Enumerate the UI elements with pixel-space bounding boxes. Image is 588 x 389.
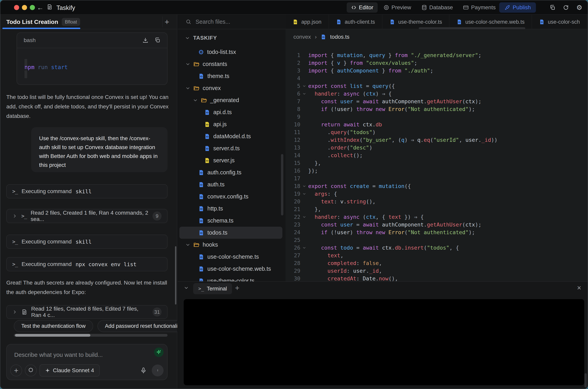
- topnav-label: Payments: [471, 4, 496, 11]
- tree-root[interactable]: TASKIFY: [179, 32, 282, 44]
- editor-tab-use-color-scheme.web.ts[interactable]: use-color-scheme.web.ts: [449, 15, 532, 29]
- chips-scrollbar-thumb[interactable]: [15, 334, 90, 337]
- tree-item-auth.config.ts[interactable]: auth.config.ts: [179, 166, 282, 179]
- zoom-window-button[interactable]: [30, 5, 35, 10]
- suggestion-chip[interactable]: Test the authentication flow: [14, 320, 93, 332]
- new-chat-button[interactable]: +: [162, 17, 172, 27]
- tree-item-constants[interactable]: constants: [179, 58, 282, 70]
- settings-gear-icon[interactable]: ⚙: [575, 3, 584, 12]
- tool-card[interactable]: >_Read 2 files, Created 1 file, Ran 4 co…: [6, 209, 168, 223]
- fold-chevron-icon[interactable]: [300, 246, 308, 250]
- new-terminal-button[interactable]: +: [233, 283, 242, 292]
- editor-tab-use-color-sch[interactable]: use-color-sch: [532, 15, 587, 29]
- search-icon: [186, 19, 191, 25]
- tree-item-label: todo-list.tsx: [207, 49, 236, 55]
- chevron-down-icon: [193, 98, 198, 103]
- tool-summary-card[interactable]: Read 12 files, Created 8 files, Edited 7…: [6, 305, 168, 319]
- topnav-preview[interactable]: Preview: [379, 2, 415, 13]
- tree-item-todo-list.tsx[interactable]: ⚙todo-list.tsx: [179, 46, 282, 58]
- title-bar: ← Taskify EditorPreviewDatabasePayments⚙…: [0, 0, 588, 15]
- topnav-database[interactable]: Database: [417, 2, 457, 13]
- file-search-input[interactable]: Search files...: [178, 15, 286, 29]
- tabs-scrollbar-thumb[interactable]: [419, 27, 525, 29]
- code-line: 26 const todo = await ctx.db.insert("tod…: [286, 244, 588, 252]
- tree-item-use-theme-color.ts[interactable]: use-theme-color.ts: [179, 275, 282, 281]
- topnav-label: Database: [429, 4, 453, 11]
- download-icon[interactable]: [142, 37, 148, 43]
- copy-code-icon[interactable]: [154, 37, 160, 43]
- fold-chevron-icon[interactable]: [300, 84, 308, 88]
- model-selector[interactable]: Claude Sonnet 4: [39, 364, 100, 377]
- tree-item-server.d.ts[interactable]: server.d.ts: [179, 142, 282, 154]
- terminal-tab[interactable]: >_ Terminal: [193, 283, 232, 294]
- close-terminal-button[interactable]: ×: [575, 283, 584, 292]
- refresh-icon[interactable]: [561, 3, 570, 12]
- tool-card[interactable]: >_Executing commandskill: [6, 184, 168, 198]
- tree-item-use-color-scheme.web.ts[interactable]: use-color-scheme.web.ts: [179, 263, 282, 275]
- publish-button[interactable]: Publish: [499, 2, 536, 13]
- tree-item-http.ts[interactable]: http.ts: [179, 203, 282, 215]
- editor-tab-app.json[interactable]: app.json: [286, 15, 329, 29]
- terminal-scrollbar-thumb[interactable]: [585, 373, 587, 388]
- tree-item-dataModel.d.ts[interactable]: dataModel.d.ts: [179, 130, 282, 142]
- topnav-payments[interactable]: Payments: [459, 2, 500, 13]
- tree-item-_generated[interactable]: _generated: [179, 94, 282, 106]
- send-button[interactable]: ↑: [152, 364, 164, 376]
- code-line: 2import { v } from "convex/values";: [286, 59, 588, 67]
- close-window-button[interactable]: [14, 5, 19, 10]
- line-number: 16: [286, 168, 300, 174]
- file-code-icon: [198, 206, 204, 212]
- chips-scrollbar[interactable]: [14, 334, 168, 337]
- fold-chevron-icon[interactable]: [300, 192, 308, 196]
- tree-item-hooks[interactable]: hooks: [179, 239, 282, 251]
- enhance-prompt-button[interactable]: [154, 348, 164, 357]
- mic-button[interactable]: [138, 365, 149, 376]
- explorer-scrollbar-thumb[interactable]: [281, 154, 283, 215]
- editor-tab-auth-client.ts[interactable]: auth-client.ts: [329, 15, 382, 29]
- tool-card[interactable]: >_Executing commandskill: [6, 235, 168, 249]
- attach-button[interactable]: +: [10, 364, 22, 376]
- tree-item-auth.ts[interactable]: auth.ts: [179, 179, 282, 191]
- composer-input[interactable]: Describe what you want to build...: [14, 352, 103, 358]
- line-number: 5: [286, 83, 300, 89]
- tree-item-use-color-scheme.ts[interactable]: use-color-scheme.ts: [179, 251, 282, 263]
- fold-chevron-icon[interactable]: [300, 92, 308, 96]
- tree-item-convex[interactable]: convex: [179, 82, 282, 94]
- breadcrumb-folder[interactable]: convex: [294, 34, 311, 40]
- model-name: Claude Sonnet 4: [53, 367, 94, 374]
- tree-item-todos.ts[interactable]: todos.ts: [179, 227, 282, 239]
- file-code-icon: [198, 254, 204, 260]
- code-line: 21 },: [286, 205, 588, 213]
- line-number: 6: [286, 91, 300, 97]
- file-code-icon: [204, 146, 210, 151]
- collapse-terminal-icon[interactable]: [184, 285, 189, 291]
- editor-tab-use-theme-color.ts[interactable]: use-theme-color.ts: [382, 15, 449, 29]
- suggestion-chip[interactable]: Add password reset functionalit: [97, 320, 177, 332]
- chat-tab[interactable]: Todo List Creation Bfloat: [0, 15, 80, 29]
- terminal-prompt-icon: >_: [12, 239, 18, 245]
- tree-item-api.d.ts[interactable]: api.d.ts: [179, 106, 282, 118]
- tree-item-schema.ts[interactable]: schema.ts: [179, 215, 282, 227]
- tree-item-label: api.js: [213, 121, 227, 128]
- tool-card[interactable]: >_Executing commandnpx convex env list: [6, 257, 168, 271]
- code-line: 16});: [286, 167, 588, 175]
- editor-tab-label: use-theme-color.ts: [398, 19, 442, 25]
- file-code-icon: [293, 19, 298, 25]
- breadcrumb-file[interactable]: todos.ts: [330, 34, 350, 40]
- tree-item-server.js[interactable]: server.js: [179, 154, 282, 166]
- minimize-window-button[interactable]: [22, 5, 27, 10]
- copy-window-icon[interactable]: [548, 3, 557, 12]
- chat-panel: Todo List Creation Bfloat + bash npm run…: [0, 15, 177, 389]
- line-number: 25: [286, 237, 300, 243]
- assistant-message: Great! The auth secrets are already conf…: [6, 278, 170, 297]
- chat-tab-badge: Bfloat: [62, 18, 80, 26]
- tree-item-convex.config.ts[interactable]: convex.config.ts: [179, 191, 282, 203]
- tree-item-api.js[interactable]: api.js: [179, 118, 282, 130]
- fold-chevron-icon[interactable]: [300, 215, 308, 219]
- back-button[interactable]: ←: [36, 3, 45, 12]
- fold-chevron-icon[interactable]: [300, 184, 308, 188]
- topnav-editor[interactable]: Editor: [347, 2, 378, 13]
- tree-item-theme.ts[interactable]: theme.ts: [179, 70, 282, 82]
- chat-scrollbar-thumb[interactable]: [175, 246, 176, 304]
- integrations-puzzle-button[interactable]: [25, 364, 37, 376]
